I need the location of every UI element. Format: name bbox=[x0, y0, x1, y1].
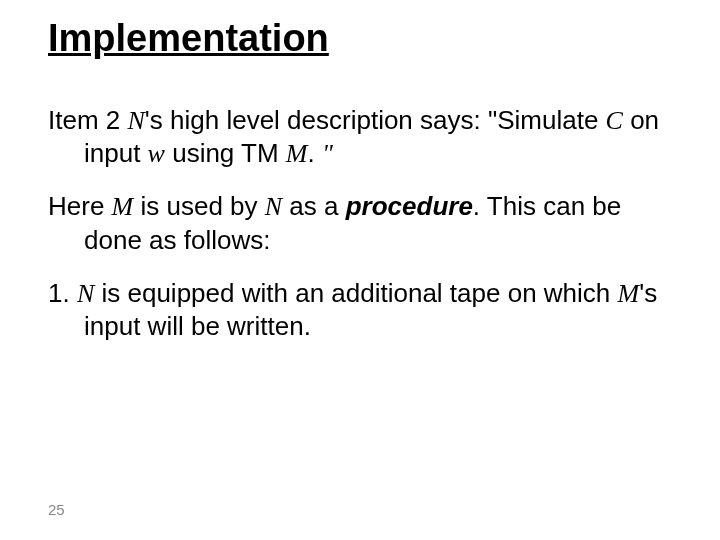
paragraph-3: 1. N is equipped with an additional tape… bbox=[48, 277, 672, 344]
math-var-m: M bbox=[112, 192, 134, 221]
math-var-c: C bbox=[606, 106, 623, 135]
text: 1. bbox=[48, 278, 77, 308]
text: as a bbox=[282, 191, 346, 221]
math-var-n: N bbox=[127, 106, 144, 135]
text: 's high level description says: "Simulat… bbox=[145, 105, 606, 135]
page-number: 25 bbox=[48, 501, 65, 518]
math-var-n: N bbox=[77, 279, 94, 308]
text: Item 2 bbox=[48, 105, 127, 135]
math-var-n: N bbox=[265, 192, 282, 221]
math-var-w: w bbox=[148, 139, 165, 168]
slide: Implementation Item 2 N's high level des… bbox=[0, 0, 720, 540]
text: using TM bbox=[165, 138, 286, 168]
text: Here bbox=[48, 191, 112, 221]
emphasis-procedure: procedure bbox=[346, 191, 473, 221]
slide-title: Implementation bbox=[48, 18, 672, 60]
text: is equipped with an additional tape on w… bbox=[94, 278, 617, 308]
paragraph-2: Here M is used by N as a procedure. This… bbox=[48, 190, 672, 257]
paragraph-1: Item 2 N's high level description says: … bbox=[48, 104, 672, 171]
text: is used by bbox=[133, 191, 265, 221]
close-quote: " bbox=[322, 139, 333, 168]
text: . bbox=[308, 138, 322, 168]
math-var-m: M bbox=[618, 279, 640, 308]
math-var-m: M bbox=[286, 139, 308, 168]
